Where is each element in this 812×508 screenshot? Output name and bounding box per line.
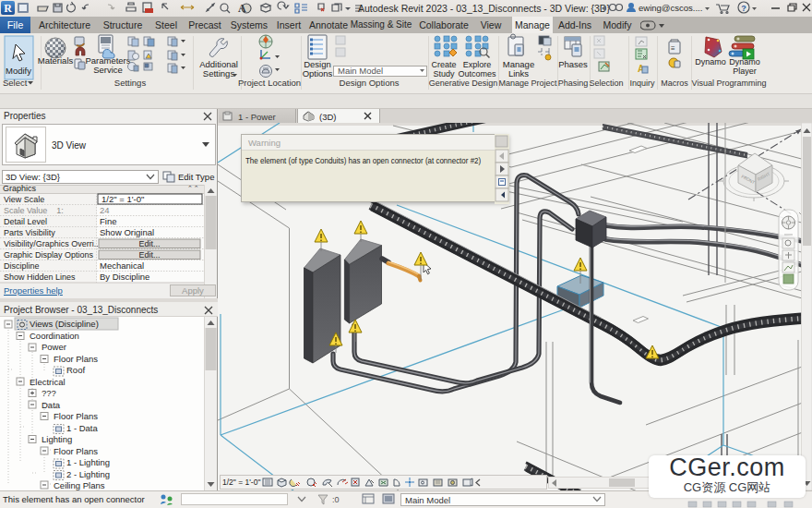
- svg-text:1/2" = 1'-0": 1/2" = 1'-0": [102, 194, 144, 204]
- svg-text:Fine: Fine: [100, 216, 116, 226]
- svg-text:Links: Links: [508, 68, 529, 79]
- svg-text:ewing@cscos....: ewing@cscos....: [639, 3, 702, 13]
- svg-text:Design Options: Design Options: [340, 78, 400, 88]
- svg-text:?: ?: [741, 4, 746, 13]
- svg-text:Power: Power: [42, 342, 66, 352]
- svg-text:Generative Design: Generative Design: [429, 79, 498, 88]
- svg-text:Project Location: Project Location: [238, 78, 301, 88]
- svg-text:Show Hidden Lines: Show Hidden Lines: [4, 272, 76, 282]
- svg-text:Player: Player: [733, 67, 757, 76]
- svg-text:By Discipline: By Discipline: [100, 272, 149, 282]
- svg-text:Modify: Modify: [6, 66, 31, 76]
- svg-text:Electrical: Electrical: [30, 377, 66, 387]
- svg-text:Options: Options: [303, 68, 333, 79]
- svg-text:Phases: Phases: [558, 59, 588, 69]
- svg-text:Settings: Settings: [114, 78, 147, 88]
- svg-text:Floor Plans: Floor Plans: [54, 354, 98, 364]
- svg-text:1 - Lighting: 1 - Lighting: [66, 457, 110, 467]
- svg-text:Roof: Roof: [66, 365, 85, 375]
- svg-text:Show Original: Show Original: [100, 227, 154, 237]
- svg-text:Select: Select: [3, 78, 28, 88]
- svg-text:Edit...: Edit...: [138, 250, 160, 260]
- svg-text:Views (Discipline): Views (Discipline): [30, 319, 99, 329]
- svg-text:Settings: Settings: [203, 68, 235, 79]
- svg-text:Visual Programming: Visual Programming: [692, 79, 767, 88]
- svg-text:Outcomes: Outcomes: [458, 69, 496, 79]
- svg-text:2 - Lighting: 2 - Lighting: [66, 469, 110, 479]
- svg-text:Scale Value 1:: Scale Value 1:: [4, 206, 64, 215]
- svg-text:Explore: Explore: [463, 60, 492, 69]
- svg-text:Study: Study: [433, 69, 455, 79]
- svg-text:Floor Plans: Floor Plans: [54, 446, 98, 456]
- svg-text:Phasing: Phasing: [558, 79, 589, 88]
- svg-text:24: 24: [100, 205, 110, 215]
- svg-text:Manage Project: Manage Project: [498, 79, 557, 88]
- svg-text:Dynamo: Dynamo: [695, 57, 726, 67]
- svg-text:View Scale: View Scale: [4, 195, 44, 204]
- svg-text:A: A: [238, 2, 246, 15]
- svg-text:Selection: Selection: [589, 79, 623, 88]
- svg-text:Graphic Display Options: Graphic Display Options: [4, 250, 94, 260]
- svg-text:Create: Create: [431, 60, 456, 69]
- svg-text:Main Model: Main Model: [338, 66, 383, 76]
- svg-text:R: R: [4, 2, 12, 15]
- svg-text:1 - Data: 1 - Data: [66, 423, 99, 433]
- svg-text:Edit...: Edit...: [138, 239, 160, 248]
- svg-text:Dynamo: Dynamo: [729, 57, 760, 67]
- svg-text:Coordination: Coordination: [30, 331, 79, 341]
- svg-text:Service: Service: [93, 65, 123, 75]
- svg-text:Ceiling Plans: Ceiling Plans: [54, 480, 105, 490]
- svg-text:Lighting: Lighting: [42, 434, 72, 444]
- svg-text:Detail Level: Detail Level: [4, 217, 47, 226]
- svg-text:Data: Data: [42, 400, 61, 410]
- svg-text:Macros: Macros: [661, 79, 688, 88]
- svg-text:Visibility/Graphics Overri...: Visibility/Graphics Overri...: [4, 239, 101, 248]
- svg-text:Floor Plans: Floor Plans: [54, 411, 98, 421]
- svg-text:Mechanical: Mechanical: [100, 260, 144, 271]
- svg-text:Materials: Materials: [38, 55, 74, 66]
- svg-text:≡: ≡: [671, 44, 675, 53]
- svg-text:Discipline: Discipline: [4, 261, 40, 271]
- svg-text:Inquiry: Inquiry: [629, 79, 655, 88]
- svg-text:???: ???: [42, 388, 56, 398]
- svg-text:Parts Visibility: Parts Visibility: [4, 228, 55, 237]
